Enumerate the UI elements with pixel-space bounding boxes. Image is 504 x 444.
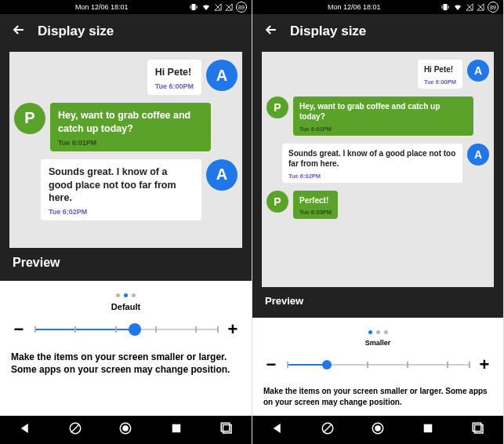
message-row: P Hey, want to grab coffee and catch up … [14,103,237,151]
avatar-p: P [14,103,45,134]
increase-button[interactable]: + [477,355,492,375]
battery-icon: 89 [488,2,499,13]
page-title: Display size [290,24,366,39]
message-text: Hey, want to grab coffee and catch up to… [58,109,203,136]
phone-left: Mon 12/06 18:01 89 Display size Hi Pete!… [0,0,252,444]
status-datetime: Mon 12/06 18:01 [75,3,129,11]
message-bubble: Hi Pete! Tue 6:00PM [147,60,201,95]
message-time: Tue 6:01PM [58,139,203,147]
back-button[interactable] [263,22,279,41]
message-bubble: Sounds great. I know of a good place not… [41,159,201,221]
avatar-p: P [267,191,288,213]
signal-icon-1 [214,3,222,11]
message-time: Tue 6:00PM [155,82,194,90]
message-text: Perfect! [299,195,332,206]
message-bubble: Sounds great. I know of a good place not… [282,144,462,183]
nav-gallery-icon[interactable] [471,421,485,439]
signal-icon-1 [466,3,473,11]
dot[interactable] [116,293,120,297]
message-time: Tue 6:02PM [288,173,456,180]
size-slider[interactable] [34,322,217,337]
avatar-a: A [467,60,489,82]
svg-line-6 [71,424,80,433]
status-bar: Mon 12/06 18:01 89 [252,0,503,14]
controls-area: Default − + Make the items on your scree… [0,281,252,416]
nav-block-icon[interactable] [68,421,82,439]
decrease-button[interactable]: − [11,319,27,340]
header: Display size [0,14,252,52]
svg-rect-14 [448,5,449,9]
message-text: Hi Pete! [424,64,456,75]
message-text: Hi Pete! [155,66,194,79]
size-label: Default [11,302,241,311]
nav-home-icon[interactable] [118,421,132,439]
page-dots [11,293,241,297]
chat-preview: Hi Pete! Tue 6:00PM A P Hey, want to gra… [262,52,494,287]
message-bubble: Hi Pete! Tue 6:00PM [418,60,462,89]
slider-row: − + [263,355,492,375]
message-time: Tue 6:00PM [424,78,456,86]
signal-icon-2 [477,3,484,11]
header: Display size [252,14,503,52]
message-bubble: Perfect! Tue 6:03PM [293,191,338,220]
nav-gallery-icon[interactable] [219,421,234,439]
vibrate-icon [189,2,198,12]
message-time: Tue 6:01PM [299,126,467,133]
preview-label: Preview [262,287,494,315]
avatar-a: A [206,60,237,91]
message-bubble: Hey, want to grab coffee and catch up to… [293,96,473,136]
message-row: Hi Pete! Tue 6:00PM A [14,60,237,95]
message-time: Tue 6:02PM [49,208,194,216]
page-dots [263,330,492,334]
message-row: P Hey, want to grab coffee and catch up … [267,96,489,136]
vibrate-icon [441,2,450,12]
decrease-button[interactable]: − [263,355,279,375]
wifi-icon [201,2,211,12]
size-label: Smaller [263,339,492,347]
slider-row: − + [11,319,241,340]
wifi-icon [453,2,462,12]
nav-bar [252,416,503,444]
svg-rect-13 [442,5,443,9]
battery-icon: 89 [236,2,247,13]
dot[interactable] [132,293,136,297]
page-title: Display size [38,24,114,39]
svg-rect-21 [424,424,433,433]
svg-line-18 [324,424,332,433]
description-text: Make the items on your screen smaller or… [263,386,492,407]
controls-area: Smaller − + Make the items on your scree… [252,318,503,416]
nav-home-icon[interactable] [371,421,385,439]
dot-active[interactable] [368,330,372,334]
nav-recent-icon[interactable] [421,421,435,439]
preview-label: Preview [9,248,242,278]
phone-right: Mon 12/06 18:01 89 Display size Hi Pete!… [252,0,504,444]
back-button[interactable] [11,22,27,41]
message-text: Hey, want to grab coffee and catch up to… [299,101,467,122]
avatar-a: A [206,159,237,191]
nav-bar [0,416,252,444]
signal-icon-2 [225,3,233,11]
svg-rect-1 [190,5,191,9]
nav-back-icon[interactable] [18,421,32,439]
svg-rect-0 [192,4,196,10]
message-text: Sounds great. I know of a good place not… [49,166,194,206]
dot[interactable] [376,330,380,334]
svg-point-8 [123,426,128,431]
dot-active[interactable] [124,293,128,297]
svg-rect-2 [197,5,198,9]
nav-block-icon[interactable] [321,421,335,439]
dot[interactable] [384,330,388,334]
status-datetime: Mon 12/06 18:01 [328,3,381,11]
avatar-p: P [267,96,288,118]
nav-back-icon[interactable] [270,421,285,439]
message-text: Sounds great. I know of a good place not… [288,148,456,169]
message-time: Tue 6:03PM [299,209,332,216]
increase-button[interactable]: + [225,319,241,340]
status-bar: Mon 12/06 18:01 89 [0,0,252,14]
message-row: P Perfect! Tue 6:03PM [267,191,489,220]
avatar-a: A [467,144,489,166]
message-bubble: Hey, want to grab coffee and catch up to… [50,103,211,151]
preview-container: Hi Pete! Tue 6:00PM A P Hey, want to gra… [0,52,252,281]
nav-recent-icon[interactable] [169,421,183,439]
size-slider[interactable] [287,357,469,373]
